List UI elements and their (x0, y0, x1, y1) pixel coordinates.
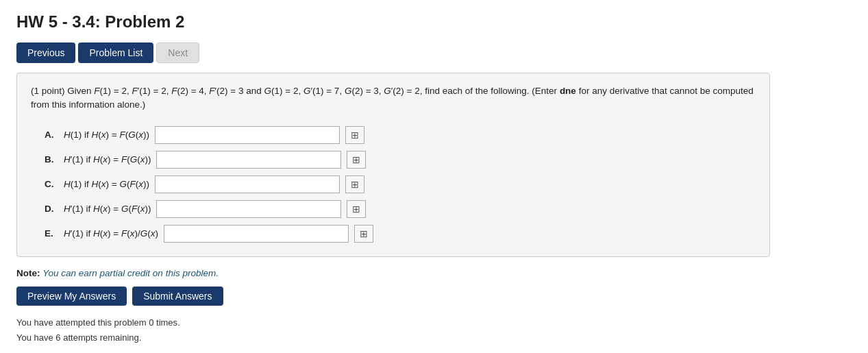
attempt-info: You have attempted this problem 0 times.… (16, 315, 852, 345)
part-math-E: H′(1) if H(x) = F(x)/G(x) (64, 228, 158, 239)
part-math-B: H′(1) if H(x) = F(G(x)) (64, 154, 151, 165)
attempt-line2: You have 6 attempts remaining. (16, 330, 852, 345)
grid-icon-C[interactable]: ⊞ (345, 175, 364, 193)
part-input-C[interactable] (155, 175, 340, 193)
part-row-B: B. H′(1) if H(x) = F(G(x)) ⊞ (45, 151, 756, 169)
problem-parts: A. H(1) if H(x) = F(G(x)) ⊞ B. H′(1) if … (31, 126, 756, 243)
points-label: (1 point) (31, 86, 65, 96)
nav-buttons: Previous Problem List Next (16, 42, 852, 63)
problem-list-button[interactable]: Problem List (78, 42, 153, 63)
note-prefix: Note: (16, 268, 40, 278)
part-row-D: D. H′(1) if H(x) = G(F(x)) ⊞ (45, 200, 756, 218)
part-row-E: E. H′(1) if H(x) = F(x)/G(x) ⊞ (45, 225, 756, 243)
note-text: You can earn partial credit on this prob… (42, 268, 219, 278)
part-input-B[interactable] (156, 151, 341, 169)
part-label-A: A. (45, 130, 58, 140)
next-button: Next (156, 42, 199, 63)
part-label-C: C. (45, 179, 58, 189)
action-buttons: Preview My Answers Submit Answers (16, 287, 852, 306)
grid-icon-A[interactable]: ⊞ (345, 126, 364, 144)
part-math-D: H′(1) if H(x) = G(F(x)) (64, 204, 151, 214)
part-math-C: H(1) if H(x) = G(F(x)) (64, 179, 149, 189)
previous-button[interactable]: Previous (16, 42, 75, 63)
part-label-D: D. (45, 204, 58, 214)
grid-icon-E[interactable]: ⊞ (354, 225, 373, 243)
part-math-A: H(1) if H(x) = F(G(x)) (64, 130, 149, 140)
part-row-A: A. H(1) if H(x) = F(G(x)) ⊞ (45, 126, 756, 144)
attempt-line1: You have attempted this problem 0 times. (16, 315, 852, 330)
part-label-E: E. (45, 228, 58, 239)
preview-answers-button[interactable]: Preview My Answers (16, 287, 127, 306)
problem-box: (1 point) Given F(1) = 2, F′(1) = 2, F(2… (16, 73, 770, 257)
part-input-A[interactable] (155, 126, 340, 144)
problem-description: (1 point) Given F(1) = 2, F′(1) = 2, F(2… (31, 84, 756, 112)
part-input-D[interactable] (156, 200, 341, 218)
grid-icon-B[interactable]: ⊞ (347, 151, 366, 169)
part-row-C: C. H(1) if H(x) = G(F(x)) ⊞ (45, 175, 756, 193)
part-input-E[interactable] (164, 225, 349, 243)
note-line: Note: You can earn partial credit on thi… (16, 268, 852, 278)
page-title: HW 5 - 3.4: Problem 2 (16, 12, 852, 32)
submit-answers-button[interactable]: Submit Answers (132, 287, 223, 306)
grid-icon-D[interactable]: ⊞ (347, 200, 366, 218)
part-label-B: B. (45, 154, 58, 165)
